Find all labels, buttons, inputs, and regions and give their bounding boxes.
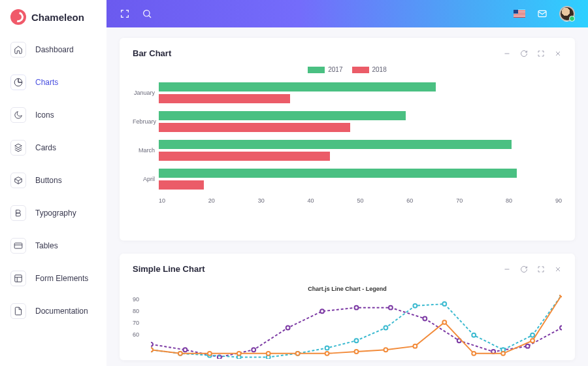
fullscreen-icon[interactable]	[537, 50, 545, 58]
sidebar-item-label: Documentation	[35, 307, 88, 316]
line-point[interactable]	[384, 348, 387, 352]
line-chart: Chart.js Line Chart - Legend 90807060	[133, 282, 562, 360]
x-tick-label: 60	[406, 197, 413, 204]
flag-us-icon[interactable]	[514, 10, 525, 18]
line-point[interactable]	[267, 352, 270, 356]
bar-row: April	[133, 165, 562, 193]
line-point[interactable]	[413, 304, 417, 308]
bar-row: March	[133, 136, 562, 165]
line-point[interactable]	[208, 352, 212, 356]
refresh-icon[interactable]	[520, 50, 528, 58]
legend-label: 2018	[372, 66, 387, 73]
brand-name: Chameleon	[31, 12, 84, 23]
fullscreen-icon[interactable]	[537, 265, 545, 273]
sidebar-item-tables[interactable]: Tables	[7, 233, 100, 259]
line-point[interactable]	[183, 348, 187, 352]
bar-segment[interactable]	[159, 82, 436, 92]
line-point[interactable]	[442, 302, 446, 306]
card-line-chart: Simple Line Chart Chart.js Line Chart - …	[120, 254, 575, 360]
sidebar-item-charts[interactable]: Charts	[7, 69, 100, 95]
sidebar-item-typography[interactable]: Typography	[7, 200, 100, 226]
line-point[interactable]	[320, 309, 324, 313]
card-title: Simple Line Chart	[133, 264, 205, 274]
sidebar-item-label: Form Elements	[35, 274, 88, 283]
sidebar-item-label: Typography	[35, 208, 76, 218]
line-point[interactable]	[355, 339, 359, 342]
sidebar-item-label: Charts	[35, 78, 58, 87]
line-point[interactable]	[384, 326, 387, 330]
bar-category-label: February	[133, 118, 157, 125]
bar-segment[interactable]	[159, 169, 517, 178]
refresh-icon[interactable]	[520, 265, 528, 273]
expand-icon[interactable]	[120, 8, 130, 19]
line-point[interactable]	[472, 352, 476, 356]
sidebar-item-dashboard[interactable]: Dashboard	[7, 37, 100, 63]
search-icon[interactable]	[142, 8, 152, 19]
sidebar-item-form-elements[interactable]: Form Elements	[7, 265, 100, 291]
line-point[interactable]	[151, 342, 153, 346]
line-point[interactable]	[501, 352, 505, 356]
line-point[interactable]	[531, 333, 534, 337]
bar-segment[interactable]	[159, 180, 204, 190]
home-icon	[10, 42, 26, 58]
line-series[interactable]	[151, 295, 562, 354]
line-point[interactable]	[237, 352, 241, 356]
close-icon[interactable]	[554, 50, 562, 58]
bar-segment[interactable]	[159, 152, 330, 161]
svg-rect-0	[14, 243, 22, 248]
bold-icon	[10, 205, 26, 221]
line-point[interactable]	[526, 344, 530, 348]
card-title: Bar Chart	[133, 48, 171, 58]
file-icon	[10, 303, 26, 319]
line-chart-subtitle: Chart.js Line Chart - Legend	[133, 286, 562, 292]
avatar[interactable]	[559, 6, 575, 22]
line-point[interactable]	[355, 350, 359, 354]
line-point[interactable]	[389, 306, 393, 310]
bar-legend: 2017 2018	[133, 66, 562, 73]
line-point[interactable]	[472, 333, 476, 337]
bar-segment[interactable]	[159, 140, 512, 149]
sidebar-nav: Dashboard Charts Icons Cards Buttons Typ…	[0, 37, 106, 324]
line-point[interactable]	[413, 344, 417, 348]
bar-row: January	[133, 78, 562, 107]
line-point[interactable]	[560, 326, 562, 330]
sidebar-item-label: Icons	[35, 110, 54, 120]
sidebar-item-icons[interactable]: Icons	[7, 102, 100, 128]
x-tick-label: 70	[456, 197, 463, 204]
minimize-icon[interactable]	[503, 50, 511, 58]
x-tick-label: 80	[506, 197, 512, 204]
x-tick-label: 90	[555, 197, 562, 204]
close-icon[interactable]	[554, 265, 562, 273]
y-tick-label: 90	[133, 296, 139, 303]
sidebar-item-cards[interactable]: Cards	[7, 135, 100, 161]
line-point[interactable]	[423, 317, 427, 321]
bar-category-label: January	[133, 90, 157, 96]
bar-row: February	[133, 107, 562, 136]
bar-segment[interactable]	[159, 123, 350, 132]
legend-swatch-2018	[352, 67, 369, 73]
line-point[interactable]	[252, 348, 255, 352]
line-point[interactable]	[560, 295, 562, 297]
line-point[interactable]	[286, 326, 290, 330]
line-series[interactable]	[151, 295, 562, 357]
bar-segment[interactable]	[159, 111, 406, 120]
line-point[interactable]	[296, 352, 300, 356]
sidebar-item-buttons[interactable]: Buttons	[7, 167, 100, 193]
line-point[interactable]	[355, 306, 359, 310]
line-point[interactable]	[178, 352, 182, 356]
content: Bar Chart 2017 2018 JanuaryFebruaryMarch…	[106, 27, 588, 366]
sidebar-item-label: Tables	[35, 241, 58, 250]
svg-rect-1	[15, 275, 22, 282]
mail-icon[interactable]	[537, 8, 547, 19]
line-point[interactable]	[325, 352, 329, 356]
box-icon	[10, 173, 26, 188]
line-point[interactable]	[325, 346, 329, 350]
minimize-icon[interactable]	[503, 265, 511, 273]
line-point[interactable]	[151, 348, 153, 352]
line-point[interactable]	[442, 320, 446, 324]
topbar	[106, 0, 588, 27]
bar-segment[interactable]	[159, 94, 290, 103]
brand[interactable]: Chameleon	[0, 0, 106, 37]
line-point[interactable]	[531, 339, 534, 342]
sidebar-item-documentation[interactable]: Documentation	[7, 298, 100, 324]
